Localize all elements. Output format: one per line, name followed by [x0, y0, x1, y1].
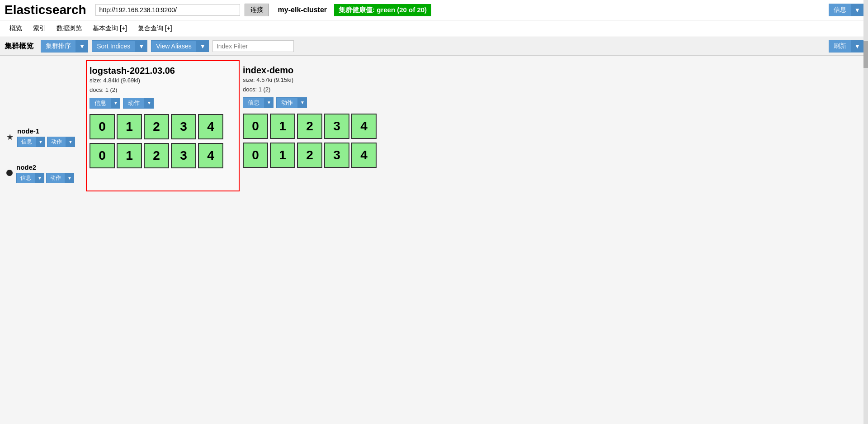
shard-cell[interactable]: 2	[297, 114, 322, 139]
scrollbar-thumb[interactable]	[863, 41, 868, 68]
tab-data-browse[interactable]: 数据浏览	[52, 22, 87, 35]
index-filter-input[interactable]	[212, 40, 294, 52]
index-actions: 信息 ▼ 动作 ▼	[90, 98, 236, 109]
shard-cell[interactable]: 4	[351, 114, 377, 139]
header: Elasticsearch 连接 my-elk-cluster 集群健康值: g…	[0, 0, 868, 20]
index-header: logstash-2021.03.06 size: 4.84ki (9.69ki…	[90, 64, 236, 112]
refresh-btn-group: 刷新 ▼	[829, 40, 863, 52]
node-item: ★ node-1 信息 ▼ 动作 ▼	[5, 119, 86, 155]
indices-area: logstash-2021.03.06 size: 4.84ki (9.69ki…	[86, 60, 863, 191]
info-dropdown-arrow[interactable]: ▼	[851, 4, 863, 16]
index-action-button[interactable]: 动作	[276, 97, 298, 108]
index-column: logstash-2021.03.06 size: 4.84ki (9.69ki…	[86, 60, 240, 191]
shard-row: 01234	[243, 112, 390, 141]
shard-cell[interactable]: 0	[90, 114, 115, 139]
nav-tabs: 概览 索引 数据浏览 基本查询 [+] 复合查询 [+]	[0, 20, 868, 37]
cluster-sort-button[interactable]: 集群排序	[41, 40, 76, 52]
cluster-sort-dropdown[interactable]: ▼	[76, 40, 88, 52]
node-action-button[interactable]: 动作	[46, 173, 65, 183]
sort-indices-button[interactable]: Sort Indices	[92, 40, 135, 52]
chevron-down-icon: ▼	[854, 7, 860, 14]
node-star-icon: ★	[6, 132, 14, 142]
node-action-button[interactable]: 动作	[47, 137, 66, 147]
index-docs: docs: 1 (2)	[90, 86, 236, 95]
view-aliases-button[interactable]: View Aliases	[151, 40, 196, 52]
tab-complex-query[interactable]: 复合查询 [+]	[133, 22, 177, 35]
node-info-dropdown[interactable]: ▼	[36, 137, 45, 147]
section-title: 集群概览	[5, 42, 33, 51]
chevron-down-icon: ▼	[200, 43, 206, 50]
index-action-dropdown[interactable]: ▼	[298, 97, 307, 108]
tab-overview[interactable]: 概览	[5, 22, 27, 35]
cluster-sort-btn-group: 集群排序 ▼	[41, 40, 88, 52]
index-header: index-demo size: 4.57ki (9.15ki) docs: 1…	[243, 63, 390, 112]
shard-cell[interactable]: 2	[144, 114, 169, 139]
index-docs: docs: 1 (2)	[243, 85, 390, 95]
shard-cell[interactable]: 2	[144, 143, 169, 168]
index-column: index-demo size: 4.57ki (9.15ki) docs: 1…	[240, 60, 393, 191]
shard-row: 01234	[90, 112, 236, 141]
node-name: node-1	[17, 127, 75, 135]
index-size: size: 4.57ki (9.15ki)	[243, 76, 390, 85]
shard-cell[interactable]: 4	[198, 114, 223, 139]
toolbar: 集群概览 集群排序 ▼ Sort Indices ▼ View Aliases …	[0, 37, 868, 56]
view-aliases-btn-group: View Aliases ▼	[151, 40, 209, 52]
shard-cell[interactable]: 1	[270, 114, 295, 139]
shard-cell[interactable]: 4	[198, 143, 223, 168]
node-item: node2 信息 ▼ 动作 ▼	[5, 155, 86, 191]
info-button[interactable]: 信息	[829, 4, 851, 16]
cluster-name: my-elk-cluster	[278, 6, 327, 14]
index-name: index-demo	[243, 65, 390, 76]
node-list: ★ node-1 信息 ▼ 动作 ▼ node2	[5, 60, 86, 191]
index-actions: 信息 ▼ 动作 ▼	[243, 97, 390, 108]
index-info-dropdown[interactable]: ▼	[111, 98, 120, 109]
chevron-down-icon: ▼	[854, 43, 860, 50]
node-action-dropdown[interactable]: ▼	[65, 173, 74, 183]
refresh-button[interactable]: 刷新	[829, 40, 851, 52]
shard-cell[interactable]: 1	[117, 114, 142, 139]
shard-row: 01234	[243, 141, 390, 170]
node-action-dropdown[interactable]: ▼	[66, 137, 75, 147]
index-info-button[interactable]: 信息	[243, 97, 264, 108]
shard-cell[interactable]: 0	[90, 143, 115, 168]
shard-cell[interactable]: 0	[243, 143, 268, 168]
shard-cell[interactable]: 3	[171, 143, 196, 168]
scrollbar[interactable]	[863, 0, 868, 196]
shard-cell[interactable]: 4	[351, 143, 377, 168]
sort-indices-dropdown[interactable]: ▼	[135, 40, 147, 52]
app-title: Elasticsearch	[5, 3, 86, 17]
index-info-dropdown[interactable]: ▼	[264, 97, 274, 108]
tab-indices[interactable]: 索引	[28, 22, 51, 35]
chevron-down-icon: ▼	[138, 43, 144, 50]
main-content: ★ node-1 信息 ▼ 动作 ▼ node2	[0, 56, 868, 196]
tab-basic-query[interactable]: 基本查询 [+]	[88, 22, 132, 35]
refresh-dropdown[interactable]: ▼	[851, 40, 863, 52]
shard-cell[interactable]: 1	[270, 143, 295, 168]
shard-cell[interactable]: 3	[171, 114, 196, 139]
url-input[interactable]	[95, 4, 240, 16]
node-info-button[interactable]: 信息	[17, 137, 36, 147]
shard-row: 01234	[90, 141, 236, 170]
cluster-health-badge: 集群健康值: green (20 of 20)	[334, 4, 431, 16]
node-circle-icon	[6, 170, 13, 177]
node-name: node2	[16, 163, 74, 171]
index-name: logstash-2021.03.06	[90, 66, 236, 76]
view-aliases-dropdown[interactable]: ▼	[197, 40, 209, 52]
shard-cell[interactable]: 3	[324, 114, 349, 139]
shard-cell[interactable]: 1	[117, 143, 142, 168]
chevron-down-icon: ▼	[79, 43, 85, 50]
shard-cell[interactable]: 0	[243, 114, 268, 139]
shard-cell[interactable]: 3	[324, 143, 349, 168]
sort-indices-btn-group: Sort Indices ▼	[92, 40, 147, 52]
index-info-button[interactable]: 信息	[90, 98, 111, 109]
index-action-dropdown[interactable]: ▼	[145, 98, 154, 109]
index-action-button[interactable]: 动作	[123, 98, 145, 109]
index-size: size: 4.84ki (9.69ki)	[90, 76, 236, 86]
node-info-dropdown[interactable]: ▼	[35, 173, 44, 183]
connect-button[interactable]: 连接	[245, 4, 269, 16]
shard-cell[interactable]: 2	[297, 143, 322, 168]
node-info-button[interactable]: 信息	[16, 173, 35, 183]
